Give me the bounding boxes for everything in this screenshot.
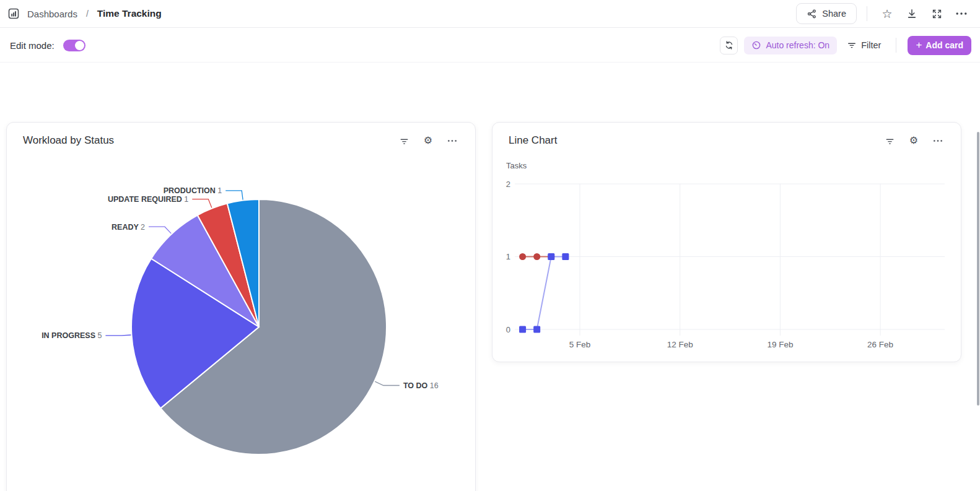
pie-label: IN PROGRESS 5 [42, 331, 102, 340]
card-settings-button[interactable]: ⚙ [907, 134, 921, 147]
card-title: Workload by Status [23, 134, 114, 147]
edit-mode-control: Edit mode: [10, 40, 85, 51]
filter-icon [847, 40, 857, 50]
y-tick-label: 2 [506, 180, 510, 189]
card-header: Line Chart ⚙ [492, 123, 961, 147]
card-header: Workload by Status ⚙ [7, 123, 475, 147]
download-icon [906, 8, 917, 19]
gear-icon: ⚙ [909, 136, 918, 146]
pie-label-line [149, 227, 171, 233]
x-tick-label: 12 Feb [667, 340, 693, 349]
refresh-icon [724, 40, 734, 50]
filter-button[interactable]: Filter [843, 40, 885, 50]
workload-pie-chart: TO DO 16IN PROGRESS 5READY 2UPDATE REQUI… [7, 154, 476, 491]
toolbar-divider [896, 38, 896, 53]
expand-button[interactable] [927, 4, 947, 24]
auto-refresh-button[interactable]: Auto refresh: On [744, 37, 837, 54]
page-title: Time Tracking [97, 8, 162, 19]
refresh-button[interactable] [720, 37, 738, 54]
y-tick-label: 0 [506, 325, 510, 334]
favorite-button[interactable]: ☆ [877, 4, 897, 24]
plus-icon: + [916, 39, 922, 51]
tasks-line-chart: Tasks2105 Feb12 Feb19 Feb26 Feb [502, 160, 952, 354]
topbar: Dashboards / Time Tracking Share ☆ [0, 0, 980, 28]
scrollbar[interactable] [977, 132, 979, 406]
breadcrumb-dashboards[interactable]: Dashboards [27, 9, 77, 19]
data-point-square[interactable] [548, 253, 554, 260]
star-icon: ☆ [882, 8, 892, 20]
toggle-knob [75, 41, 84, 50]
card-title: Line Chart [509, 134, 557, 147]
series-line-square [523, 257, 566, 330]
edit-mode-toggle[interactable] [63, 40, 85, 51]
pie-label-line [375, 381, 400, 385]
pie-label: PRODUCTION 1 [164, 186, 222, 195]
topbar-divider [867, 6, 867, 21]
card-more-button[interactable] [445, 134, 459, 147]
add-card-button[interactable]: + Add card [908, 36, 971, 55]
pie-label: TO DO 16 [403, 381, 439, 390]
pie-label-line [192, 199, 212, 208]
toolbar-actions: Auto refresh: On Filter + Add card [720, 36, 971, 55]
pie-label: UPDATE REQUIRED 1 [108, 195, 188, 204]
y-tick-label: 1 [506, 252, 510, 261]
data-point-square[interactable] [519, 326, 526, 333]
x-tick-label: 26 Feb [867, 340, 893, 349]
card-settings-button[interactable]: ⚙ [421, 134, 435, 147]
breadcrumb: Dashboards / Time Tracking [6, 6, 162, 21]
add-card-label: Add card [925, 40, 963, 50]
edit-mode-label: Edit mode: [10, 40, 55, 51]
y-axis-title: Tasks [506, 161, 527, 170]
auto-refresh-clock-icon [751, 40, 761, 50]
data-point-square[interactable] [533, 326, 540, 333]
expand-icon [932, 9, 942, 19]
pie-label-line [105, 335, 131, 336]
pie-label: READY 2 [112, 223, 145, 232]
dashboard-toolbar: Edit mode: Auto refresh: On [0, 28, 980, 63]
gear-icon: ⚙ [424, 136, 432, 146]
card-actions: ⚙ [883, 134, 945, 147]
workload-by-status-card: Workload by Status ⚙ TO DO 16IN PROGRESS… [6, 122, 476, 491]
download-button[interactable] [902, 4, 922, 24]
breadcrumb-separator: / [84, 9, 91, 19]
data-point-square[interactable] [562, 253, 569, 260]
share-button[interactable]: Share [796, 3, 857, 24]
filter-label: Filter [861, 40, 881, 50]
ellipsis-icon [933, 139, 943, 142]
card-filter-button[interactable] [883, 134, 896, 147]
ellipsis-icon [447, 139, 457, 142]
share-label: Share [822, 9, 846, 19]
dashboards-icon [6, 6, 21, 21]
card-more-button[interactable] [931, 134, 945, 147]
auto-refresh-label: Auto refresh: On [766, 40, 829, 50]
topbar-actions: Share ☆ [796, 3, 971, 24]
data-point-circle[interactable] [533, 253, 540, 260]
x-tick-label: 19 Feb [767, 340, 793, 349]
share-icon [807, 9, 817, 19]
more-button[interactable] [952, 4, 971, 24]
data-point-circle[interactable] [519, 253, 526, 260]
ellipsis-icon [956, 12, 967, 15]
card-filter-button[interactable] [397, 134, 411, 147]
card-actions: ⚙ [397, 134, 459, 147]
line-chart-card: Line Chart ⚙ Tasks2105 Feb12 Feb19 Feb26… [492, 122, 961, 362]
x-tick-label: 5 Feb [569, 340, 591, 349]
pie-label-line [225, 191, 243, 200]
